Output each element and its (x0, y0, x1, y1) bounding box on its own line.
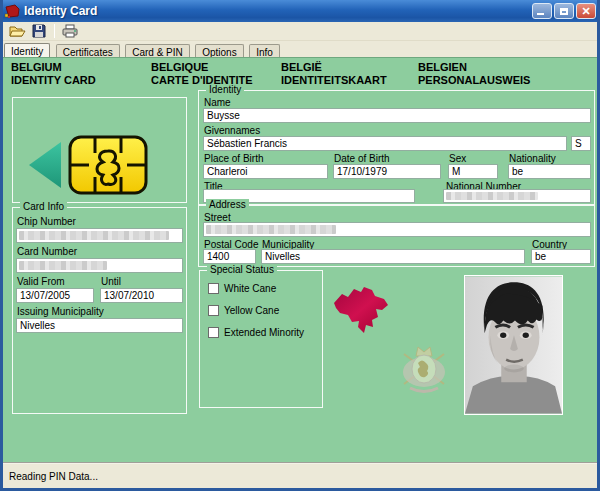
valid-from-label: Valid From (17, 276, 65, 287)
header-country-de: BELGIEN (418, 61, 530, 74)
nationality-label: Nationality (509, 153, 556, 164)
redacted-card-number (19, 261, 107, 270)
header-card-de: PERSONALAUSWEIS (418, 74, 530, 87)
toolbar (3, 22, 597, 41)
valid-from-field[interactable]: 13/07/2005 (16, 288, 94, 303)
status-bar: Reading PIN Data... (3, 462, 597, 488)
checkbox-yellow-cane[interactable]: Yellow Cane (208, 305, 279, 316)
yellow-cane-checkbox-icon[interactable] (208, 305, 219, 316)
window-title: Identity Card (24, 4, 530, 18)
header-country-nl: BELGIË (281, 61, 387, 74)
card-info-title: Card Info (20, 201, 67, 212)
toolbar-separator (54, 24, 55, 38)
issuing-municipality-field[interactable]: Nivelles (16, 318, 183, 333)
belgium-map (328, 277, 394, 343)
card-number-label: Card Number (17, 246, 77, 257)
givennames-initial-field[interactable]: S (571, 136, 591, 151)
card-number-field[interactable] (16, 258, 183, 273)
save-icon[interactable] (28, 23, 50, 40)
checkbox-extended-minority[interactable]: Extended Minority (208, 327, 304, 338)
title-bar[interactable]: Identity Card ✕ (0, 0, 600, 22)
sex-field[interactable]: M (448, 164, 498, 179)
yellow-cane-label: Yellow Cane (224, 305, 279, 316)
status-text: Reading PIN Data... (9, 471, 98, 482)
sex-label: Sex (449, 153, 466, 164)
postal-code-field[interactable]: 1400 (203, 249, 256, 264)
header-belgien: BELGIEN PERSONALAUSWEIS (418, 61, 530, 87)
extended-minority-label: Extended Minority (224, 327, 304, 338)
header-belgium: BELGIUM IDENTITY CARD (11, 61, 96, 87)
header-belgie: BELGIË IDENTITEITSKAART (281, 61, 387, 87)
minimize-icon[interactable] (532, 3, 552, 19)
redacted-chip-number (19, 231, 169, 240)
header-card-en: IDENTITY CARD (11, 74, 96, 87)
chip-number-label: Chip Number (17, 216, 76, 227)
tab-bar: Identity Certificates Card & PIN Options… (3, 41, 597, 57)
checkbox-white-cane[interactable]: White Cane (208, 283, 276, 294)
identity-title: Identity (206, 84, 244, 95)
extended-minority-checkbox-icon[interactable] (208, 327, 219, 338)
maximize-icon[interactable] (554, 3, 574, 19)
date-of-birth-label: Date of Birth (334, 153, 390, 164)
givennames-label: Givennames (204, 125, 260, 136)
print-icon[interactable] (59, 23, 81, 40)
identity-tab-page: BELGIUM IDENTITY CARD BELGIQUE CARTE D'I… (3, 57, 597, 462)
redacted-street (206, 225, 336, 234)
portrait-photo (464, 275, 563, 415)
valid-until-field[interactable]: 13/07/2010 (100, 288, 183, 303)
header-country-en: BELGIUM (11, 61, 96, 74)
name-field[interactable]: Buysse (203, 108, 591, 123)
chip-icon (23, 134, 153, 196)
close-icon[interactable]: ✕ (576, 3, 596, 19)
redacted-national-number (446, 192, 538, 200)
address-title: Address (206, 199, 249, 210)
header-country-fr: BELGIQUE (151, 61, 253, 74)
place-of-birth-label: Place of Birth (204, 153, 263, 164)
country-field[interactable]: be (531, 249, 591, 264)
special-status-title: Special Status (207, 264, 277, 275)
issuing-municipality-label: Issuing Municipality (17, 306, 104, 317)
street-field[interactable] (203, 222, 591, 237)
national-number-field[interactable] (443, 189, 591, 203)
name-label: Name (204, 97, 231, 108)
nationality-field[interactable]: be (508, 164, 591, 179)
chip-number-field[interactable] (16, 228, 183, 243)
identity-card-window: Identity Card ✕ (0, 0, 600, 491)
header-card-nl: IDENTITEITSKAART (281, 74, 387, 87)
coat-of-arms (396, 338, 452, 398)
givennames-field[interactable]: Sébastien Francis (203, 136, 567, 151)
card-reader-panel (12, 97, 187, 203)
open-icon[interactable] (6, 23, 28, 40)
reader-arrow-icon (29, 142, 61, 188)
until-label: Until (101, 276, 121, 287)
app-icon (4, 4, 20, 19)
municipality-field[interactable]: Nivelles (261, 249, 525, 264)
white-cane-label: White Cane (224, 283, 276, 294)
white-cane-checkbox-icon[interactable] (208, 283, 219, 294)
place-of-birth-field[interactable]: Charleroi (203, 164, 328, 179)
date-of-birth-field[interactable]: 17/10/1979 (333, 164, 441, 179)
